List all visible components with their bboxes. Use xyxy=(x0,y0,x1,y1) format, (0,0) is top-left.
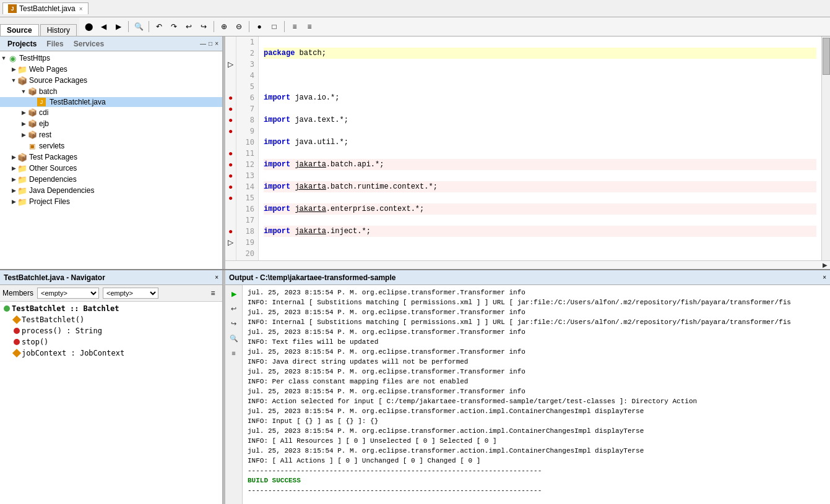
output-line-4: INFO: Internal [ Substitions matching [ … xyxy=(248,317,825,327)
output-line-11: jul. 25, 2023 8:15:54 P. M. org.eclipse.… xyxy=(248,387,825,396)
files-tab[interactable]: Files xyxy=(43,40,67,48)
bottom-area: TestBatchlet.java - Navigator × Members … xyxy=(0,269,830,504)
toolbar-sep-1 xyxy=(128,21,129,32)
file-tab-close[interactable]: × xyxy=(79,6,83,12)
toolbar-btn-10[interactable]: ⊖ xyxy=(232,20,246,33)
gutter-err-6: ● xyxy=(225,92,236,103)
nav-sort-btn[interactable]: ≡ xyxy=(206,286,220,300)
gutter-17 xyxy=(225,215,236,226)
nav-close-btn[interactable]: × xyxy=(215,274,218,281)
tree-item-othersources[interactable]: ▶ 📁 Other Sources xyxy=(0,163,222,174)
file-tab-active[interactable]: J TestBatchlet.java × xyxy=(2,2,89,14)
nav-method-stop-icon xyxy=(14,339,20,345)
output-line-1: jul. 25, 2023 8:15:54 P. M. org.eclipse.… xyxy=(248,288,825,297)
toolbar-btn-1[interactable]: ⬤ xyxy=(82,20,95,33)
editor-hscrollbar[interactable]: ▶ xyxy=(225,260,830,269)
editor-vscrollbar[interactable] xyxy=(821,36,830,260)
tree-label: Project Files xyxy=(29,197,70,206)
tree-item-testpackages[interactable]: ▶ 📦 Test Packages xyxy=(0,152,222,163)
code-gutter: ▷ ● ● ● ● ● ● ● ● ● ● ▷ xyxy=(225,36,236,260)
tree-item-sourcepackages[interactable]: ▼ 📦 Source Packages xyxy=(0,75,222,86)
output-line-12: INFO: Action selected for input [ C:/tem… xyxy=(248,396,825,406)
tree-item-ejb[interactable]: ▶ 📦 ejb xyxy=(0,118,222,129)
code-editor: ▷ ● ● ● ● ● ● ● ● ● ● ▷ xyxy=(225,36,830,269)
code-content[interactable]: package batch; import java.io.*; import … xyxy=(259,36,821,260)
toolbar-btn-2[interactable]: ◀ xyxy=(97,20,110,33)
toolbar-btn-8[interactable]: ↪ xyxy=(197,20,210,33)
package-cdi-icon: 📦 xyxy=(27,108,37,117)
toolbar-btn-7[interactable]: ↩ xyxy=(182,20,196,33)
folder-icon: 📁 xyxy=(17,64,27,74)
toolbar-btn-6[interactable]: ↷ xyxy=(167,20,181,33)
gutter-err-13: ● xyxy=(225,170,236,181)
output-close-btn[interactable]: × xyxy=(823,274,826,281)
toolbar-btn-3[interactable]: ▶ xyxy=(111,20,125,33)
nav-item-label: jobContext : JobContext xyxy=(22,349,124,357)
tree-item-webpages[interactable]: ▶ 📁 Web Pages xyxy=(0,64,222,75)
output-run-btn[interactable]: ▶ xyxy=(228,288,240,300)
editor-toolbar: ⬤ ◀ ▶ 🔍 ↶ ↷ ↩ ↪ ⊕ ⊖ ● □ ≡ ≡ xyxy=(79,17,830,36)
tree-item-rest[interactable]: ▶ 📦 rest xyxy=(0,129,222,140)
panel-maximize-btn[interactable]: □ xyxy=(209,40,212,47)
source-tab[interactable]: Source xyxy=(0,24,39,36)
output-header: Output - C:\temp\jakartaee-transformed-s… xyxy=(225,270,830,285)
output-fwd-btn[interactable]: ↪ xyxy=(228,317,240,330)
nav-item-constructor[interactable]: TestBatchlet() xyxy=(1,314,221,325)
tree-item-testhttps[interactable]: ▼ ◉ TestHttps xyxy=(0,53,222,64)
expand-arrow-webpages: ▶ xyxy=(10,66,17,73)
panel-minimize-btn[interactable]: — xyxy=(200,40,206,47)
history-tab[interactable]: History xyxy=(40,24,77,36)
output-wrap-btn[interactable]: ≡ xyxy=(228,347,240,359)
tree-item-batch[interactable]: ▼ 📦 batch xyxy=(0,86,222,97)
expand-arrow-srcpkg: ▼ xyxy=(10,77,17,84)
toolbar-btn-4[interactable]: 🔍 xyxy=(132,20,145,33)
output-line-3: jul. 25, 2023 8:15:54 P. M. org.eclipse.… xyxy=(248,307,825,317)
tree-item-dependencies[interactable]: ▶ 📁 Dependencies xyxy=(0,174,222,185)
gutter-19: ▷ xyxy=(225,237,236,248)
output-search-btn[interactable]: 🔍 xyxy=(228,332,240,344)
nav-root-icon xyxy=(4,305,10,312)
toolbar-btn-5[interactable]: ↶ xyxy=(152,20,166,33)
gutter-err-14: ● xyxy=(225,181,236,192)
nav-header: TestBatchlet.java - Navigator × xyxy=(0,270,222,285)
nav-item-label: process() : String xyxy=(22,327,102,335)
projects-tab[interactable]: Projects xyxy=(4,40,40,48)
toolbar-btn-bookmark2[interactable]: ≡ xyxy=(303,20,316,33)
toolbar-sep-5 xyxy=(284,21,285,32)
tree-item-servlets[interactable]: ▣ servlets xyxy=(0,140,222,152)
tree-item-cdi[interactable]: ▶ 📦 cdi xyxy=(0,107,222,118)
package-icon: 📦 xyxy=(27,87,37,96)
nav-scope-select[interactable]: <empty> xyxy=(103,288,158,299)
scrollbar-thumb[interactable] xyxy=(823,38,830,75)
toolbar-btn-9[interactable]: ⊕ xyxy=(217,20,231,33)
file-tab-label: TestBatchlet.java xyxy=(19,4,76,13)
expand-arrow-deps: ▶ xyxy=(10,176,17,183)
nav-root-item[interactable]: TestBatchlet :: Batchlet xyxy=(1,303,221,314)
toolbar-btn-bookmark1[interactable]: ≡ xyxy=(288,20,301,33)
java-file-tree-icon: J xyxy=(37,98,46,106)
tree-item-projectfiles[interactable]: ▶ 📁 Project Files xyxy=(0,196,222,207)
toolbar-btn-run[interactable]: ● xyxy=(253,20,266,33)
output-back-btn[interactable]: ↩ xyxy=(228,302,240,315)
nav-filter-select[interactable]: <empty> xyxy=(37,288,99,299)
scroll-right-btn[interactable]: ▶ xyxy=(820,262,830,268)
nav-item-label: TestBatchlet() xyxy=(22,315,84,324)
project-tree: ▼ ◉ TestHttps ▶ 📁 Web Pages ▼ 📦 Source P… xyxy=(0,51,222,269)
output-build-success: BUILD SUCCESS xyxy=(248,476,825,485)
tree-item-javadeps[interactable]: ▶ 📁 Java Dependencies xyxy=(0,185,222,196)
panel-close-btn[interactable]: × xyxy=(215,40,218,47)
expand-arrow-batch: ▼ xyxy=(20,88,27,95)
nav-item-stop[interactable]: stop() xyxy=(1,336,221,348)
nav-item-jobcontext[interactable]: jobContext : JobContext xyxy=(1,348,221,359)
tree-item-testbatchlet[interactable]: J TestBatchlet.java xyxy=(0,97,222,107)
services-tab[interactable]: Services xyxy=(70,40,108,48)
output-content[interactable]: jul. 25, 2023 8:15:54 P. M. org.eclipse.… xyxy=(243,285,830,504)
tree-label: Test Packages xyxy=(29,153,77,161)
code-view[interactable]: ▷ ● ● ● ● ● ● ● ● ● ● ▷ xyxy=(225,36,830,260)
nav-item-process[interactable]: process() : String xyxy=(1,325,221,336)
nav-tree: TestBatchlet :: Batchlet TestBatchlet() … xyxy=(0,302,222,504)
toolbar-btn-stop[interactable]: □ xyxy=(267,20,281,33)
tree-label: batch xyxy=(39,87,57,96)
project-icon: ◉ xyxy=(7,53,17,63)
nav-method-red-icon xyxy=(14,328,20,334)
